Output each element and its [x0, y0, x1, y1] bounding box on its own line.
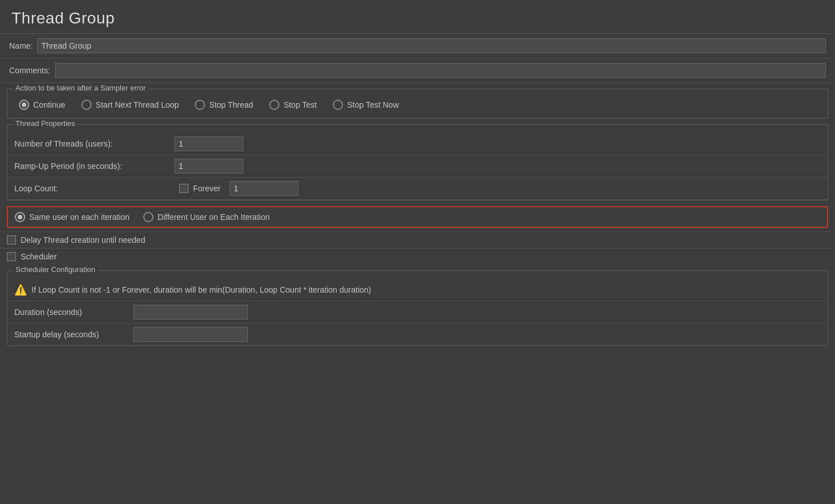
radio-label-same-user: Same user on each iteration — [29, 212, 129, 222]
sampler-error-title: Action to be taken after a Sampler error — [13, 84, 148, 92]
radio-label-stop-test-now: Stop Test Now — [347, 100, 399, 109]
radio-label-different-user: Different User on Each Iteration — [157, 212, 270, 222]
ramp-up-row: Ramp-Up Period (in seconds): — [7, 155, 828, 178]
startup-delay-label: Startup delay (seconds) — [14, 330, 129, 339]
radio-label-stop-thread: Stop Thread — [209, 100, 253, 109]
radio-circle-stop-thread — [195, 100, 205, 110]
radio-circle-stop-test-now — [333, 100, 343, 110]
iteration-section: Same user on each iteration Different Us… — [7, 206, 828, 228]
comments-label: Comments: — [9, 66, 50, 75]
name-field-row: Name: — [0, 34, 835, 58]
radio-stop-test[interactable]: Stop Test — [269, 100, 317, 110]
num-threads-input[interactable] — [175, 136, 243, 151]
thread-properties-section: Thread Properties Number of Threads (use… — [7, 124, 828, 200]
loop-count-label: Loop Count: — [14, 184, 175, 193]
num-threads-row: Number of Threads (users): — [7, 133, 828, 155]
duration-input[interactable] — [133, 305, 248, 320]
comments-input[interactable] — [55, 63, 826, 78]
thread-properties-title: Thread Properties — [13, 119, 77, 128]
scheduler-warning-text: If Loop Count is not -1 or Forever, dura… — [31, 285, 371, 294]
startup-delay-row: Startup delay (seconds) — [7, 323, 828, 345]
duration-label: Duration (seconds) — [14, 308, 129, 317]
radio-circle-start-next — [81, 100, 92, 110]
sampler-error-options: Continue Start Next Thread Loop Stop Thr… — [7, 89, 828, 118]
radio-start-next-thread-loop[interactable]: Start Next Thread Loop — [81, 100, 179, 110]
radio-stop-thread[interactable]: Stop Thread — [195, 100, 253, 110]
sampler-error-section: Action to be taken after a Sampler error… — [7, 89, 828, 119]
warning-icon: ⚠️ — [14, 284, 27, 296]
radio-label-continue: Continue — [33, 100, 65, 109]
radio-different-user[interactable]: Different User on Each Iteration — [143, 212, 270, 222]
scheduler-config-section: Scheduler Configuration ⚠️ If Loop Count… — [7, 270, 828, 346]
radio-label-start-next: Start Next Thread Loop — [96, 100, 179, 109]
num-threads-label: Number of Threads (users): — [14, 139, 175, 148]
radio-circle-continue — [19, 100, 29, 110]
scheduler-config-title: Scheduler Configuration — [13, 265, 97, 274]
name-input[interactable] — [37, 38, 826, 53]
scheduler-warning-row: ⚠️ If Loop Count is not -1 or Forever, d… — [7, 279, 828, 301]
radio-circle-same-user — [15, 212, 25, 222]
page-title: Thread Group — [0, 0, 835, 33]
name-label: Name: — [9, 41, 33, 50]
delay-thread-label: Delay Thread creation until needed — [21, 235, 145, 245]
startup-delay-input[interactable] — [133, 327, 248, 342]
loop-count-input[interactable] — [230, 181, 298, 196]
scheduler-row: Scheduler — [0, 248, 835, 265]
radio-circle-different-user — [143, 212, 153, 222]
delay-thread-checkbox[interactable] — [7, 235, 16, 245]
radio-continue[interactable]: Continue — [19, 100, 65, 110]
forever-checkbox[interactable] — [179, 184, 188, 193]
scheduler-label: Scheduler — [21, 252, 57, 261]
radio-stop-test-now[interactable]: Stop Test Now — [333, 100, 399, 110]
scheduler-checkbox[interactable] — [7, 252, 16, 261]
comments-field-row: Comments: — [0, 58, 835, 83]
radio-same-user[interactable]: Same user on each iteration — [15, 212, 129, 222]
loop-count-row: Loop Count: Forever — [7, 178, 828, 200]
duration-row: Duration (seconds) — [7, 301, 828, 323]
radio-circle-stop-test — [269, 100, 279, 110]
ramp-up-input[interactable] — [175, 159, 243, 174]
ramp-up-label: Ramp-Up Period (in seconds): — [14, 162, 175, 171]
radio-label-stop-test: Stop Test — [283, 100, 317, 109]
delay-thread-row: Delay Thread creation until needed — [0, 231, 835, 248]
forever-label: Forever — [193, 184, 220, 193]
